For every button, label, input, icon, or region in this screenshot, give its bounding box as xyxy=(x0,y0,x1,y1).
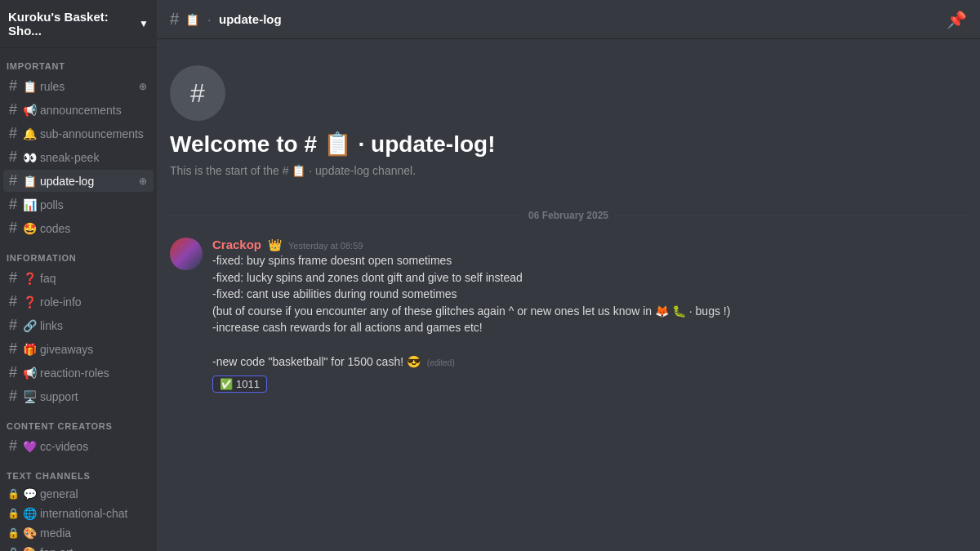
section-information: INFORMATION xyxy=(0,240,157,266)
message-header: Crackop 👑 Yesterday at 08:59 xyxy=(212,238,967,251)
lock-icon: 🔒 xyxy=(7,547,20,551)
pins-icon: 📌 xyxy=(947,10,967,29)
edited-tag: (edited) xyxy=(427,358,455,367)
topbar: # 📋 · update-log 📌 xyxy=(157,0,980,39)
welcome-title: Welcome to # 📋 · update-log! xyxy=(170,131,967,158)
add-icon: ⊕ xyxy=(139,176,147,187)
add-icon: ⊕ xyxy=(139,81,147,92)
lock-icon: 🔒 xyxy=(7,488,20,500)
hash-symbol: # xyxy=(190,78,205,109)
message-text: -fixed: buy spins frame doesnt open some… xyxy=(212,253,967,370)
channel-codes[interactable]: # 🤩 codes xyxy=(3,217,154,239)
hash-icon: # xyxy=(7,220,20,237)
lock-icon: 🔒 xyxy=(7,527,20,539)
server-name: Kuroku's Basket: Sho... xyxy=(8,10,134,38)
channel-rules[interactable]: # 📋 rules ⊕ xyxy=(3,75,154,97)
channel-faq[interactable]: # ❓ faq xyxy=(3,267,154,289)
messages-area[interactable]: # Welcome to # 📋 · update-log! This is t… xyxy=(157,39,980,551)
hash-icon: # xyxy=(7,269,20,287)
channel-cc-videos[interactable]: # 💜 cc-videos xyxy=(3,435,154,457)
hash-icon: # xyxy=(7,149,20,166)
crown-icon: 👑 xyxy=(268,238,282,251)
hash-icon: # xyxy=(7,78,20,95)
lock-icon: 🔒 xyxy=(7,508,20,519)
channel-links[interactable]: # 🔗 links xyxy=(3,314,154,336)
channel-international-chat[interactable]: 🔒 🌐 international-chat xyxy=(3,504,154,522)
topbar-channel-emoji: 📋 xyxy=(185,13,199,26)
hash-icon: # xyxy=(7,388,20,405)
hash-icon: # xyxy=(7,364,20,381)
server-header[interactable]: Kuroku's Basket: Sho... ▼ xyxy=(0,0,157,48)
avatar xyxy=(170,238,203,270)
main-content: # 📋 · update-log 📌 # Welcome to # 📋 · up… xyxy=(157,0,980,551)
channel-fan-art[interactable]: 🔒 🎨 fan-art xyxy=(3,544,154,551)
hash-icon: # xyxy=(7,438,20,455)
channel-general[interactable]: 🔒 💬 general xyxy=(3,485,154,503)
topbar-channel-name: update-log xyxy=(219,12,282,26)
welcome-section: # Welcome to # 📋 · update-log! This is t… xyxy=(157,52,980,197)
username: Crackop xyxy=(212,238,261,251)
channel-giveaways[interactable]: # 🎁 giveaways xyxy=(3,338,154,360)
hash-icon: # xyxy=(7,172,20,189)
reaction-emoji: ✅ xyxy=(220,378,233,390)
welcome-subtitle: This is the start of the # 📋 · update-lo… xyxy=(170,164,967,177)
channel-reaction-roles[interactable]: # 📢 reaction-roles xyxy=(3,362,154,384)
section-content-creators: CONTENT CREATORS xyxy=(0,408,157,434)
welcome-icon: # xyxy=(170,65,225,121)
hash-icon: # xyxy=(7,293,20,310)
channel-sneak-peek[interactable]: # 👀 sneak-peek xyxy=(3,146,154,168)
channel-announcements[interactable]: # 📢 announcements xyxy=(3,99,154,121)
channel-role-info[interactable]: # ❓ role-info xyxy=(3,291,154,313)
topbar-separator: · xyxy=(207,13,211,26)
message-timestamp: Yesterday at 08:59 xyxy=(288,241,363,251)
reaction-count: 1011 xyxy=(236,378,260,390)
reactions-area: ✅ 1011 xyxy=(212,371,967,393)
channel-support[interactable]: # 🖥️ support xyxy=(3,385,154,407)
channel-media[interactable]: 🔒 🎨 media xyxy=(3,524,154,542)
date-divider: 06 February 2025 xyxy=(170,210,967,221)
message-content: Crackop 👑 Yesterday at 08:59 -fixed: buy… xyxy=(212,238,967,393)
hash-icon: # xyxy=(7,125,20,142)
topbar-hash-icon: # xyxy=(170,10,179,29)
section-text-channels: TEXT CHANNELS xyxy=(0,458,157,484)
channel-update-log[interactable]: # 📋 update-log ⊕ xyxy=(3,170,154,192)
hash-icon: # xyxy=(7,340,20,358)
server-dropdown-icon: ▼ xyxy=(139,18,149,29)
channel-polls[interactable]: # 📊 polls xyxy=(3,193,154,216)
hash-icon: # xyxy=(7,101,20,118)
channel-sub-announcements[interactable]: # 🔔 sub-announcements xyxy=(3,122,154,144)
message: Crackop 👑 Yesterday at 08:59 -fixed: buy… xyxy=(157,234,980,396)
hash-icon: # xyxy=(7,196,20,213)
topbar-actions: 📌 xyxy=(947,10,967,29)
section-important: IMPORTANT xyxy=(0,48,157,74)
sidebar: Kuroku's Basket: Sho... ▼ IMPORTANT # 📋 … xyxy=(0,0,157,551)
hash-icon: # xyxy=(7,317,20,334)
reaction-checkmark[interactable]: ✅ 1011 xyxy=(212,375,267,393)
